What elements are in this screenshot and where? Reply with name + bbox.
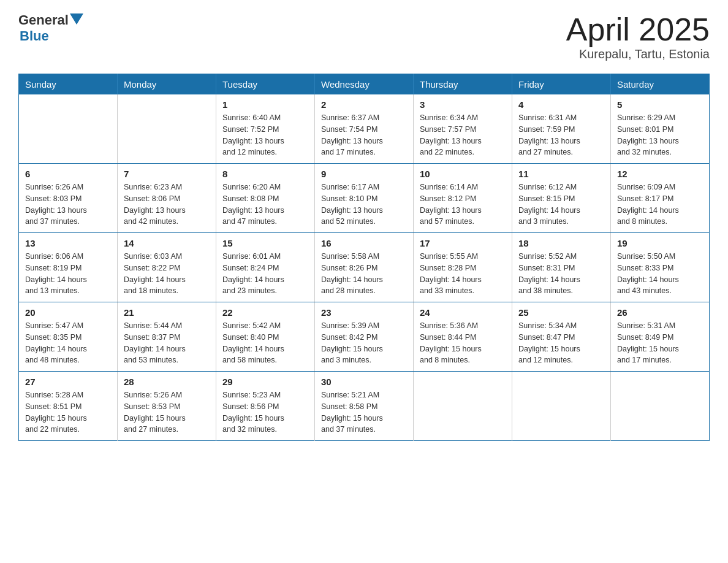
day-info: Sunrise: 6:29 AM Sunset: 8:01 PM Dayligh… [617,112,703,158]
day-number: 2 [321,99,407,110]
calendar-week-row: 27Sunrise: 5:28 AM Sunset: 8:51 PM Dayli… [19,372,710,441]
day-number: 30 [321,377,407,387]
day-info: Sunrise: 6:06 AM Sunset: 8:19 PM Dayligh… [25,251,111,297]
calendar-day-cell: 24Sunrise: 5:36 AM Sunset: 8:44 PM Dayli… [414,302,512,372]
calendar-day-cell: 20Sunrise: 5:47 AM Sunset: 8:35 PM Dayli… [19,302,118,372]
day-info: Sunrise: 5:21 AM Sunset: 8:58 PM Dayligh… [321,389,407,435]
day-number: 19 [617,238,703,248]
day-info: Sunrise: 6:26 AM Sunset: 8:03 PM Dayligh… [25,182,111,228]
weekday-header: Monday [118,74,216,95]
day-info: Sunrise: 6:40 AM Sunset: 7:52 PM Dayligh… [222,112,308,158]
day-number: 5 [617,99,703,110]
day-number: 1 [222,99,308,110]
day-number: 22 [222,307,308,318]
day-number: 25 [518,307,604,318]
day-info: Sunrise: 6:34 AM Sunset: 7:57 PM Dayligh… [420,112,506,158]
day-number: 13 [25,238,111,248]
day-info: Sunrise: 5:44 AM Sunset: 8:37 PM Dayligh… [124,320,210,366]
calendar-day-cell: 5Sunrise: 6:29 AM Sunset: 8:01 PM Daylig… [611,94,710,164]
calendar-week-row: 1Sunrise: 6:40 AM Sunset: 7:52 PM Daylig… [19,94,710,164]
day-number: 10 [420,169,506,179]
calendar-day-cell: 13Sunrise: 6:06 AM Sunset: 8:19 PM Dayli… [19,233,118,302]
day-number: 3 [420,99,506,110]
day-number: 8 [222,169,308,179]
logo: General Blue [18,12,83,44]
calendar-day-cell [118,94,216,164]
day-info: Sunrise: 5:28 AM Sunset: 8:51 PM Dayligh… [25,389,111,435]
calendar-day-cell: 28Sunrise: 5:26 AM Sunset: 8:53 PM Dayli… [118,372,216,441]
logo-blue-text: Blue [20,28,49,44]
day-number: 6 [25,169,111,179]
page-subtitle: Kurepalu, Tartu, Estonia [566,47,710,61]
logo-triangle-icon [70,13,83,27]
day-info: Sunrise: 6:17 AM Sunset: 8:10 PM Dayligh… [321,182,407,228]
day-number: 27 [25,377,111,387]
calendar-week-row: 13Sunrise: 6:06 AM Sunset: 8:19 PM Dayli… [19,233,710,302]
day-info: Sunrise: 6:14 AM Sunset: 8:12 PM Dayligh… [420,182,506,228]
day-info: Sunrise: 6:23 AM Sunset: 8:06 PM Dayligh… [124,182,210,228]
day-number: 15 [222,238,308,248]
calendar-day-cell: 22Sunrise: 5:42 AM Sunset: 8:40 PM Dayli… [216,302,315,372]
calendar-day-cell: 11Sunrise: 6:12 AM Sunset: 8:15 PM Dayli… [512,164,611,233]
weekday-header: Saturday [611,74,710,95]
day-info: Sunrise: 6:01 AM Sunset: 8:24 PM Dayligh… [222,251,308,297]
logo-general-text: General [18,12,69,28]
day-info: Sunrise: 5:31 AM Sunset: 8:49 PM Dayligh… [617,320,703,366]
day-info: Sunrise: 5:26 AM Sunset: 8:53 PM Dayligh… [124,389,210,435]
calendar-day-cell: 12Sunrise: 6:09 AM Sunset: 8:17 PM Dayli… [611,164,710,233]
weekday-header: Sunday [19,74,118,95]
day-number: 26 [617,307,703,318]
calendar-day-cell [414,372,512,441]
calendar-day-cell: 9Sunrise: 6:17 AM Sunset: 8:10 PM Daylig… [315,164,414,233]
day-info: Sunrise: 5:39 AM Sunset: 8:42 PM Dayligh… [321,320,407,366]
day-number: 12 [617,169,703,179]
weekday-header: Friday [512,74,611,95]
day-number: 17 [420,238,506,248]
day-number: 14 [124,238,210,248]
calendar-day-cell: 26Sunrise: 5:31 AM Sunset: 8:49 PM Dayli… [611,302,710,372]
day-number: 11 [518,169,604,179]
calendar-day-cell: 30Sunrise: 5:21 AM Sunset: 8:58 PM Dayli… [315,372,414,441]
calendar-day-cell: 8Sunrise: 6:20 AM Sunset: 8:08 PM Daylig… [216,164,315,233]
day-info: Sunrise: 5:36 AM Sunset: 8:44 PM Dayligh… [420,320,506,366]
day-number: 28 [124,377,210,387]
calendar-week-row: 6Sunrise: 6:26 AM Sunset: 8:03 PM Daylig… [19,164,710,233]
calendar-day-cell: 6Sunrise: 6:26 AM Sunset: 8:03 PM Daylig… [19,164,118,233]
calendar-day-cell: 7Sunrise: 6:23 AM Sunset: 8:06 PM Daylig… [118,164,216,233]
calendar-table: SundayMondayTuesdayWednesdayThursdayFrid… [18,74,710,441]
day-number: 20 [25,307,111,318]
day-info: Sunrise: 6:31 AM Sunset: 7:59 PM Dayligh… [518,112,604,158]
calendar-day-cell: 17Sunrise: 5:55 AM Sunset: 8:28 PM Dayli… [414,233,512,302]
svg-marker-0 [70,13,83,25]
day-info: Sunrise: 6:37 AM Sunset: 7:54 PM Dayligh… [321,112,407,158]
calendar-day-cell: 1Sunrise: 6:40 AM Sunset: 7:52 PM Daylig… [216,94,315,164]
day-info: Sunrise: 5:23 AM Sunset: 8:56 PM Dayligh… [222,389,308,435]
day-info: Sunrise: 5:55 AM Sunset: 8:28 PM Dayligh… [420,251,506,297]
day-number: 23 [321,307,407,318]
calendar-day-cell [611,372,710,441]
calendar-day-cell: 4Sunrise: 6:31 AM Sunset: 7:59 PM Daylig… [512,94,611,164]
day-number: 21 [124,307,210,318]
calendar-day-cell: 25Sunrise: 5:34 AM Sunset: 8:47 PM Dayli… [512,302,611,372]
calendar-day-cell: 2Sunrise: 6:37 AM Sunset: 7:54 PM Daylig… [315,94,414,164]
calendar-day-cell [512,372,611,441]
day-info: Sunrise: 6:20 AM Sunset: 8:08 PM Dayligh… [222,182,308,228]
day-info: Sunrise: 5:42 AM Sunset: 8:40 PM Dayligh… [222,320,308,366]
calendar-day-cell: 27Sunrise: 5:28 AM Sunset: 8:51 PM Dayli… [19,372,118,441]
calendar-header-row: SundayMondayTuesdayWednesdayThursdayFrid… [19,74,710,95]
calendar-day-cell [19,94,118,164]
calendar-day-cell: 23Sunrise: 5:39 AM Sunset: 8:42 PM Dayli… [315,302,414,372]
day-info: Sunrise: 5:52 AM Sunset: 8:31 PM Dayligh… [518,251,604,297]
day-number: 24 [420,307,506,318]
calendar-day-cell: 14Sunrise: 6:03 AM Sunset: 8:22 PM Dayli… [118,233,216,302]
calendar-day-cell: 21Sunrise: 5:44 AM Sunset: 8:37 PM Dayli… [118,302,216,372]
calendar-day-cell: 3Sunrise: 6:34 AM Sunset: 7:57 PM Daylig… [414,94,512,164]
weekday-header: Wednesday [315,74,414,95]
weekday-header: Thursday [414,74,512,95]
day-number: 18 [518,238,604,248]
calendar-day-cell: 10Sunrise: 6:14 AM Sunset: 8:12 PM Dayli… [414,164,512,233]
page-title: April 2025 [566,12,710,47]
calendar-day-cell: 29Sunrise: 5:23 AM Sunset: 8:56 PM Dayli… [216,372,315,441]
day-info: Sunrise: 5:50 AM Sunset: 8:33 PM Dayligh… [617,251,703,297]
day-info: Sunrise: 6:03 AM Sunset: 8:22 PM Dayligh… [124,251,210,297]
